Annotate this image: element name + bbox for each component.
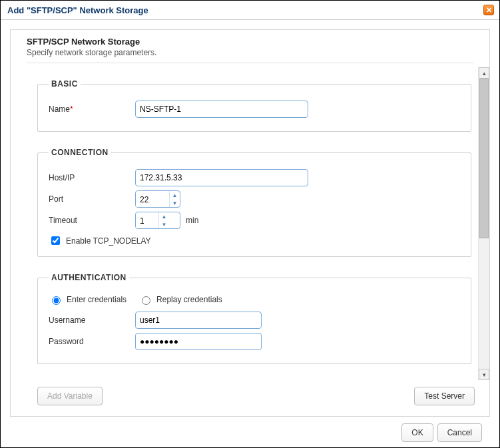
row-nodelay: Enable TCP_NODELAY — [49, 234, 460, 247]
radio-enter-credentials[interactable]: Enter credentials — [49, 294, 126, 305]
row-password: Password — [49, 333, 460, 350]
chevron-up-icon[interactable]: ▲ — [170, 191, 180, 199]
name-input[interactable] — [135, 101, 308, 118]
dialog-body: SFTP/SCP Network Storage Specify network… — [1, 20, 499, 448]
group-basic-legend: BASIC — [49, 79, 81, 89]
host-input[interactable] — [135, 169, 308, 186]
radio-replay-input[interactable] — [142, 296, 150, 305]
timeout-input[interactable] — [136, 212, 158, 229]
add-variable-button[interactable]: Add Variable — [37, 387, 103, 405]
username-input[interactable] — [135, 312, 262, 329]
chevron-down-icon[interactable]: ▼ — [159, 220, 169, 228]
scrollbar-track[interactable] — [479, 79, 489, 369]
scrollbar-thumb[interactable] — [479, 79, 489, 238]
scroll-area: BASIC Name* CONNECTION Host/IP — [11, 67, 489, 380]
row-host: Host/IP — [49, 169, 460, 186]
username-label: Username — [49, 316, 135, 325]
port-label: Port — [49, 194, 135, 204]
timeout-spinner-arrows: ▲ ▼ — [158, 212, 169, 228]
nodelay-checkbox[interactable] — [51, 236, 60, 245]
dialog-footer: OK Cancel — [10, 417, 490, 448]
group-auth-legend: AUTHENTICATION — [49, 273, 129, 282]
test-server-button[interactable]: Test Server — [414, 387, 475, 405]
radio-replay-credentials[interactable]: Replay credentials — [138, 294, 222, 305]
name-label: Name* — [49, 105, 135, 114]
dialog-titlebar: Add "SFTP/SCP" Network Storage ✕ — [1, 1, 499, 20]
chevron-down-icon[interactable]: ▼ — [170, 199, 180, 207]
dialog-add-network-storage: Add "SFTP/SCP" Network Storage ✕ SFTP/SC… — [0, 0, 500, 448]
panel-header: SFTP/SCP Network Storage Specify network… — [11, 30, 489, 67]
row-username: Username — [49, 312, 460, 329]
timeout-label: Timeout — [49, 216, 135, 225]
chevron-up-icon[interactable]: ▲ — [159, 212, 169, 220]
row-timeout: Timeout ▲ ▼ min — [49, 212, 460, 229]
form-area: BASIC Name* CONNECTION Host/IP — [11, 67, 478, 380]
cancel-button[interactable]: Cancel — [437, 423, 482, 442]
panel-subtitle: Specify network storage parameters. — [27, 47, 473, 63]
radio-enter-input[interactable] — [52, 296, 61, 305]
close-icon[interactable]: ✕ — [483, 5, 494, 15]
required-mark: * — [70, 105, 73, 114]
group-authentication: AUTHENTICATION Enter credentials Replay … — [37, 273, 471, 364]
password-input[interactable] — [135, 333, 262, 350]
row-port: Port ▲ ▼ — [49, 190, 460, 208]
ok-button[interactable]: OK — [401, 423, 433, 442]
port-spinner-arrows: ▲ ▼ — [169, 191, 180, 207]
nodelay-label: Enable TCP_NODELAY — [66, 236, 151, 246]
row-auth-mode: Enter credentials Replay credentials — [49, 294, 460, 305]
group-connection-legend: CONNECTION — [49, 148, 111, 157]
group-basic: BASIC Name* — [37, 79, 471, 132]
vertical-scrollbar[interactable]: ▴ ▾ — [478, 67, 489, 380]
row-name: Name* — [49, 101, 460, 118]
group-connection: CONNECTION Host/IP Port ▲ ▼ — [37, 148, 471, 257]
password-label: Password — [49, 337, 135, 346]
scroll-down-icon[interactable]: ▾ — [479, 369, 489, 380]
port-input[interactable] — [136, 191, 169, 208]
main-panel: SFTP/SCP Network Storage Specify network… — [10, 29, 490, 417]
port-spinner[interactable]: ▲ ▼ — [135, 190, 180, 208]
dialog-title: Add "SFTP/SCP" Network Storage — [7, 5, 148, 15]
host-label: Host/IP — [49, 173, 135, 182]
panel-title: SFTP/SCP Network Storage — [27, 37, 473, 47]
timeout-spinner[interactable]: ▲ ▼ — [135, 212, 180, 229]
panel-footer: Add Variable Test Server — [11, 380, 489, 416]
timeout-unit: min — [186, 216, 198, 225]
scroll-up-icon[interactable]: ▴ — [479, 67, 489, 79]
